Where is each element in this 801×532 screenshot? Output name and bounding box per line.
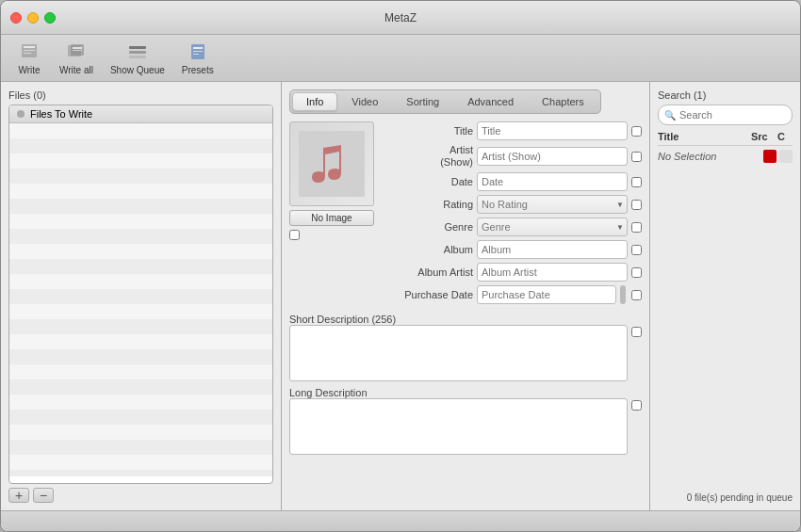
maximize-button[interactable] xyxy=(44,12,56,24)
bullet-icon xyxy=(17,110,25,118)
bottom-bar xyxy=(1,510,800,531)
files-panel: Files (0) Files To Write xyxy=(1,82,282,510)
field-row-title: Title xyxy=(393,121,642,140)
presets-label: Presets xyxy=(182,65,214,75)
field-row-purchase-date: Purchase Date xyxy=(393,285,642,304)
rating-check[interactable] xyxy=(631,200,642,210)
long-description-check[interactable] xyxy=(631,400,642,411)
svg-rect-1 xyxy=(24,46,35,48)
svg-rect-7 xyxy=(73,50,82,51)
field-row-date: Date xyxy=(393,172,642,191)
list-item xyxy=(9,319,272,334)
files-list[interactable]: Files To Write xyxy=(8,105,273,484)
files-to-write-label: Files To Write xyxy=(30,108,92,120)
field-row-genre: Genre Genre ▼ xyxy=(393,218,642,236)
date-label: Date xyxy=(393,176,473,187)
search-panel: Search (1) 🔍 Title Src C No Selection 0 … xyxy=(649,82,800,510)
scroll-nub xyxy=(620,285,626,304)
add-file-button[interactable]: + xyxy=(8,488,29,503)
list-item xyxy=(9,229,272,244)
title-label: Title xyxy=(393,125,473,137)
album-check[interactable] xyxy=(631,245,642,255)
tab-advanced[interactable]: Advanced xyxy=(453,92,528,111)
genre-check[interactable] xyxy=(631,222,642,233)
presets-button[interactable]: Presets xyxy=(176,37,220,79)
artist-label: Artist(Show) xyxy=(393,144,473,169)
short-description-textarea[interactable] xyxy=(289,325,628,381)
svg-rect-9 xyxy=(129,51,146,54)
close-button[interactable] xyxy=(10,12,22,24)
artist-input[interactable] xyxy=(477,147,628,166)
writeall-label: Write all xyxy=(59,65,93,75)
titlebar: MetaZ xyxy=(1,1,800,35)
genre-select[interactable]: Genre xyxy=(477,218,628,236)
title-check[interactable] xyxy=(631,126,642,137)
short-description-label: Short Description (256) xyxy=(289,314,396,325)
list-item xyxy=(9,138,272,153)
search-result-c-icon xyxy=(779,150,793,163)
svg-rect-14 xyxy=(193,54,199,55)
list-item xyxy=(9,470,272,476)
album-label: Album xyxy=(393,244,473,255)
purchase-date-label: Purchase Date xyxy=(393,289,473,300)
writeall-button[interactable]: Write all xyxy=(54,37,99,79)
list-item xyxy=(9,274,272,289)
title-input[interactable] xyxy=(477,121,628,140)
writeall-icon xyxy=(65,40,88,63)
center-panel: Info Video Sorting Advanced Chapters xyxy=(282,82,649,510)
rating-select[interactable]: No Rating 1 Star 2 Stars 3 Stars 4 Stars… xyxy=(477,195,628,214)
short-description-row xyxy=(289,325,642,381)
album-artist-check[interactable] xyxy=(631,267,642,278)
artwork-checkbox[interactable] xyxy=(289,230,300,240)
artist-check[interactable] xyxy=(631,152,642,162)
artwork-placeholder xyxy=(299,131,365,197)
search-col-c-label: C xyxy=(777,131,793,142)
list-item xyxy=(9,455,272,470)
purchase-date-input[interactable] xyxy=(477,285,616,304)
date-check[interactable] xyxy=(631,177,642,187)
remove-file-button[interactable]: − xyxy=(33,488,54,503)
fields-area: Title Artist(Show) Date xyxy=(393,121,642,308)
short-description-section: Short Description (256) xyxy=(289,314,642,381)
write-icon xyxy=(18,40,41,63)
svg-rect-3 xyxy=(24,53,31,54)
list-item xyxy=(9,379,272,395)
album-input[interactable] xyxy=(477,240,628,259)
field-row-rating: Rating No Rating 1 Star 2 Stars 3 Stars … xyxy=(393,195,642,214)
striped-container xyxy=(9,123,272,476)
svg-rect-12 xyxy=(193,47,203,49)
purchase-date-check[interactable] xyxy=(631,290,642,300)
list-item xyxy=(9,244,272,259)
list-item xyxy=(9,184,272,199)
window-title: MetaZ xyxy=(384,11,417,24)
long-description-textarea[interactable] xyxy=(289,398,628,455)
genre-select-wrapper: Genre ▼ xyxy=(477,218,628,236)
tab-chapters[interactable]: Chapters xyxy=(528,92,598,111)
list-item xyxy=(9,199,272,214)
search-icon: 🔍 xyxy=(664,110,676,121)
tabs: Info Video Sorting Advanced Chapters xyxy=(289,89,601,114)
artwork-box xyxy=(289,121,374,206)
tab-video[interactable]: Video xyxy=(337,92,392,111)
right-panel-spacer xyxy=(658,165,793,492)
list-item xyxy=(9,289,272,304)
album-artist-input[interactable] xyxy=(477,263,628,282)
no-image-button[interactable]: No Image xyxy=(289,210,374,226)
search-box[interactable]: 🔍 xyxy=(658,105,793,125)
tab-info[interactable]: Info xyxy=(292,92,337,111)
write-button[interactable]: Write xyxy=(10,37,48,79)
svg-rect-6 xyxy=(73,47,82,49)
list-item xyxy=(9,214,272,229)
date-input[interactable] xyxy=(477,172,628,191)
showqueue-button[interactable]: Show Queue xyxy=(105,37,171,79)
album-artist-label: Album Artist xyxy=(393,266,473,278)
search-panel-title: Search (1) xyxy=(658,89,793,101)
tab-sorting[interactable]: Sorting xyxy=(392,92,453,111)
artwork-area: No Image xyxy=(289,121,384,308)
svg-rect-8 xyxy=(129,46,146,49)
long-description-label: Long Description xyxy=(289,387,368,398)
search-input[interactable] xyxy=(679,109,800,121)
minimize-button[interactable] xyxy=(27,12,39,24)
scroll-handle xyxy=(620,285,628,304)
short-description-check[interactable] xyxy=(631,327,642,337)
